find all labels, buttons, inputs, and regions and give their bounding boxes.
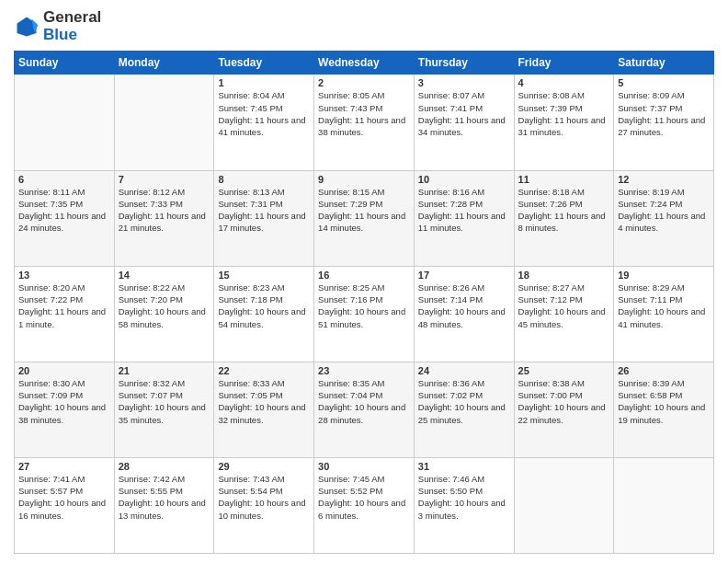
day-number: 17 [418,270,510,281]
calendar-cell: 29 Sunrise: 7:43 AM Sunset: 5:54 PM Dayl… [214,457,314,553]
sunset-text: Sunset: 7:35 PM [18,199,83,209]
daylight-text: Daylight: 10 hours and 25 minutes. [418,402,506,424]
calendar-cell: 3 Sunrise: 8:07 AM Sunset: 7:41 PM Dayli… [414,75,514,170]
day-number: 16 [318,270,410,281]
day-info: Sunrise: 8:36 AM Sunset: 7:02 PM Dayligh… [418,377,510,426]
calendar-cell: 15 Sunrise: 8:23 AM Sunset: 7:18 PM Dayl… [214,266,314,362]
day-info: Sunrise: 8:09 AM Sunset: 7:37 PM Dayligh… [618,89,710,138]
calendar-cell [514,457,614,553]
sunset-text: Sunset: 7:45 PM [218,103,282,113]
calendar-cell [114,75,214,170]
sunset-text: Sunset: 7:37 PM [618,103,682,113]
day-info: Sunrise: 8:23 AM Sunset: 7:18 PM Dayligh… [218,282,310,330]
calendar-week-row: 13 Sunrise: 8:20 AM Sunset: 7:22 PM Dayl… [15,266,714,362]
daylight-text: Daylight: 10 hours and 10 minutes. [218,498,305,520]
sunset-text: Sunset: 5:54 PM [218,486,282,496]
calendar-body: 1 Sunrise: 8:04 AM Sunset: 7:45 PM Dayli… [15,75,714,554]
sunset-text: Sunset: 7:43 PM [318,103,382,113]
sunrise-text: Sunrise: 7:46 AM [418,474,484,484]
daylight-text: Daylight: 11 hours and 14 minutes. [318,211,405,233]
daylight-text: Daylight: 11 hours and 24 minutes. [18,211,106,233]
daylight-text: Daylight: 10 hours and 54 minutes. [218,306,305,328]
day-number: 19 [618,270,710,281]
sunrise-text: Sunrise: 8:26 AM [418,282,484,293]
day-info: Sunrise: 8:39 AM Sunset: 6:58 PM Dayligh… [618,377,710,426]
calendar-cell: 31 Sunrise: 7:46 AM Sunset: 5:50 PM Dayl… [414,457,514,553]
sunrise-text: Sunrise: 8:36 AM [418,378,484,388]
calendar-cell: 27 Sunrise: 7:41 AM Sunset: 5:57 PM Dayl… [15,457,115,553]
calendar-cell: 19 Sunrise: 8:29 AM Sunset: 7:11 PM Dayl… [614,266,714,362]
sunset-text: Sunset: 7:09 PM [18,390,83,400]
calendar-cell: 13 Sunrise: 8:20 AM Sunset: 7:22 PM Dayl… [15,266,115,362]
sunrise-text: Sunrise: 8:18 AM [518,187,585,197]
calendar-cell: 6 Sunrise: 8:11 AM Sunset: 7:35 PM Dayli… [15,170,115,266]
sunrise-text: Sunrise: 8:32 AM [119,378,185,388]
sunset-text: Sunset: 5:50 PM [418,486,483,496]
sunrise-text: Sunrise: 8:33 AM [218,378,284,388]
day-number: 28 [119,461,210,472]
weekday-header-saturday: Saturday [614,52,714,75]
sunset-text: Sunset: 7:28 PM [418,199,483,209]
sunset-text: Sunset: 7:20 PM [119,294,183,304]
sunrise-text: Sunrise: 7:42 AM [119,474,185,484]
day-info: Sunrise: 8:30 AM Sunset: 7:09 PM Dayligh… [18,377,110,426]
day-number: 26 [618,365,710,376]
day-info: Sunrise: 8:20 AM Sunset: 7:22 PM Dayligh… [18,282,110,330]
daylight-text: Daylight: 11 hours and 1 minute. [18,306,106,328]
calendar-week-row: 1 Sunrise: 8:04 AM Sunset: 7:45 PM Dayli… [15,75,714,170]
sunrise-text: Sunrise: 8:07 AM [418,90,484,100]
sunrise-text: Sunrise: 8:38 AM [518,378,585,388]
sunset-text: Sunset: 7:07 PM [119,390,183,400]
day-info: Sunrise: 7:41 AM Sunset: 5:57 PM Dayligh… [18,473,110,522]
day-info: Sunrise: 7:43 AM Sunset: 5:54 PM Dayligh… [218,473,310,522]
sunset-text: Sunset: 7:02 PM [418,390,483,400]
weekday-header-sunday: Sunday [15,52,115,75]
day-info: Sunrise: 8:11 AM Sunset: 7:35 PM Dayligh… [18,186,110,235]
sunrise-text: Sunrise: 8:30 AM [18,378,85,388]
day-info: Sunrise: 8:26 AM Sunset: 7:14 PM Dayligh… [418,282,510,330]
sunrise-text: Sunrise: 8:27 AM [518,282,585,293]
sunrise-text: Sunrise: 8:39 AM [618,378,684,388]
day-info: Sunrise: 8:18 AM Sunset: 7:26 PM Dayligh… [518,186,610,235]
calendar-cell: 17 Sunrise: 8:26 AM Sunset: 7:14 PM Dayl… [414,266,514,362]
day-number: 1 [218,77,310,88]
calendar-week-row: 6 Sunrise: 8:11 AM Sunset: 7:35 PM Dayli… [15,170,714,266]
calendar-cell: 9 Sunrise: 8:15 AM Sunset: 7:29 PM Dayli… [314,170,415,266]
day-number: 30 [318,461,410,472]
daylight-text: Daylight: 10 hours and 3 minutes. [418,498,506,520]
daylight-text: Daylight: 11 hours and 41 minutes. [218,115,305,137]
calendar-table: SundayMondayTuesdayWednesdayThursdayFrid… [14,51,714,554]
day-info: Sunrise: 8:05 AM Sunset: 7:43 PM Dayligh… [318,89,410,138]
day-number: 24 [418,365,510,376]
calendar-cell: 11 Sunrise: 8:18 AM Sunset: 7:26 PM Dayl… [514,170,614,266]
daylight-text: Daylight: 11 hours and 11 minutes. [418,211,506,233]
daylight-text: Daylight: 11 hours and 31 minutes. [518,115,606,137]
day-info: Sunrise: 7:42 AM Sunset: 5:55 PM Dayligh… [119,473,210,522]
weekday-header-thursday: Thursday [414,52,514,75]
daylight-text: Daylight: 10 hours and 38 minutes. [18,402,106,424]
sunset-text: Sunset: 7:41 PM [418,103,483,113]
calendar-cell: 14 Sunrise: 8:22 AM Sunset: 7:20 PM Dayl… [114,266,214,362]
calendar-week-row: 20 Sunrise: 8:30 AM Sunset: 7:09 PM Dayl… [15,362,714,457]
calendar-cell: 21 Sunrise: 8:32 AM Sunset: 7:07 PM Dayl… [114,362,214,457]
calendar-cell: 12 Sunrise: 8:19 AM Sunset: 7:24 PM Dayl… [614,170,714,266]
calendar-cell [15,75,115,170]
calendar-cell: 2 Sunrise: 8:05 AM Sunset: 7:43 PM Dayli… [314,75,415,170]
sunrise-text: Sunrise: 8:13 AM [218,187,284,197]
calendar-cell: 20 Sunrise: 8:30 AM Sunset: 7:09 PM Dayl… [15,362,115,457]
day-number: 23 [318,365,410,376]
sunset-text: Sunset: 7:31 PM [218,199,282,209]
day-info: Sunrise: 8:04 AM Sunset: 7:45 PM Dayligh… [218,89,310,138]
sunset-text: Sunset: 5:55 PM [119,486,183,496]
daylight-text: Daylight: 10 hours and 35 minutes. [119,402,206,424]
calendar-cell: 23 Sunrise: 8:35 AM Sunset: 7:04 PM Dayl… [314,362,415,457]
day-number: 11 [518,174,610,185]
sunset-text: Sunset: 7:39 PM [518,103,583,113]
day-info: Sunrise: 8:12 AM Sunset: 7:33 PM Dayligh… [119,186,210,235]
day-info: Sunrise: 8:32 AM Sunset: 7:07 PM Dayligh… [119,377,210,426]
calendar-cell: 18 Sunrise: 8:27 AM Sunset: 7:12 PM Dayl… [514,266,614,362]
day-number: 21 [119,365,210,376]
day-number: 12 [618,174,710,185]
sunrise-text: Sunrise: 7:41 AM [18,474,85,484]
daylight-text: Daylight: 11 hours and 4 minutes. [618,211,705,233]
